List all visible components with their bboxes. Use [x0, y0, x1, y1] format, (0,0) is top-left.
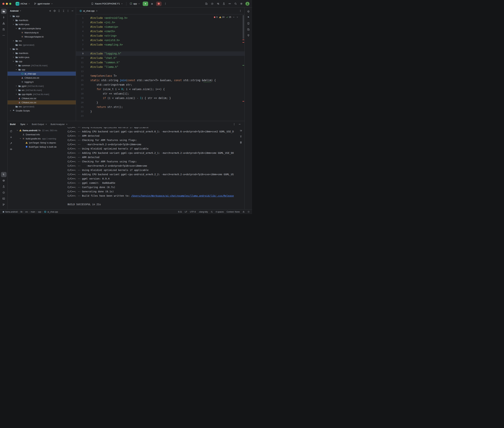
line-number[interactable]: 18: [76, 91, 87, 96]
line-number[interactable]: 6: [76, 38, 87, 42]
minimize-window-button[interactable]: [6, 3, 8, 5]
chevron-right-icon[interactable]: [12, 52, 15, 54]
indent-status[interactable]: 4 spaces: [215, 211, 224, 213]
context-status[interactable]: Context: None: [227, 211, 240, 213]
build-tab-build-analyzer[interactable]: Build Analyzer: [49, 121, 69, 127]
code-line[interactable]: 5#include <string>: [76, 33, 245, 38]
tree-item[interactable]: manifests: [8, 51, 76, 55]
structure-toolwindow-icon[interactable]: [1, 21, 7, 26]
assistant-toolwindow-icon[interactable]: [246, 33, 251, 38]
readonly-lock-icon[interactable]: [242, 211, 245, 213]
chevron-down-icon[interactable]: [16, 129, 19, 131]
code-line[interactable]: 23: [76, 114, 245, 118]
chevron-down-icon[interactable]: [15, 27, 18, 29]
tree-item[interactable]: cpp: [8, 59, 76, 63]
hide-build-panel-button[interactable]: [237, 122, 242, 127]
zoom-window-button[interactable]: [9, 3, 11, 5]
code-line[interactable]: 18 str << values[i];: [76, 91, 245, 96]
line-number[interactable]: 23: [76, 114, 87, 118]
code-line[interactable]: 7#include <sampling.h>: [76, 42, 245, 47]
clear-all-icon[interactable]: [239, 140, 243, 144]
gradle-toolwindow-icon[interactable]: [246, 15, 251, 20]
code-line[interactable]: 17 for (size_t i = 0; i < values.size();…: [76, 87, 245, 91]
close-tab-icon[interactable]: [96, 10, 98, 12]
chevron-right-icon[interactable]: [12, 40, 15, 42]
tree-item[interactable]: ggml[AiChat.lib.main]: [8, 84, 76, 88]
code-line[interactable]: 22}: [76, 109, 245, 114]
code-line[interactable]: 10#include "chat.h": [76, 56, 245, 60]
chevron-down-icon[interactable]: [9, 15, 12, 17]
line-number[interactable]: 22: [76, 109, 87, 114]
device-manager-toolwindow-icon[interactable]: [246, 21, 251, 26]
soft-wrap-icon[interactable]: [239, 129, 243, 133]
chevron-down-icon[interactable]: [15, 68, 18, 71]
project-view-selector[interactable]: Android: [9, 9, 22, 13]
code-line[interactable]: 13: [76, 69, 245, 74]
error-stripe-mark[interactable]: [242, 42, 244, 43]
project-selector[interactable]: AC AiChat: [14, 1, 31, 6]
line-number[interactable]: 19: [76, 96, 87, 100]
project-toolwindow-icon[interactable]: [1, 9, 7, 14]
sdk-manager-icon[interactable]: [227, 1, 232, 6]
branch-selector[interactable]: ggml-master: [33, 2, 54, 6]
tree-item[interactable]: lib: [8, 47, 76, 51]
line-number[interactable]: 2: [76, 20, 87, 25]
collapse-all-icon[interactable]: [61, 9, 66, 13]
tree-item[interactable]: Cai_chat.cpp: [8, 72, 76, 76]
chevron-down-icon[interactable]: [19, 138, 22, 140]
tree-item[interactable]: cpp: [8, 67, 76, 72]
tree-item[interactable]: app: [8, 14, 76, 18]
run-button[interactable]: [143, 1, 148, 6]
code-line[interactable]: 11#include "common.h": [76, 60, 245, 65]
close-tab-icon[interactable]: [66, 123, 68, 125]
code-line[interactable]: 3#include <iomanip>: [76, 25, 245, 29]
chevron-right-icon[interactable]: [12, 19, 15, 21]
code-line[interactable]: 9#include "logging.h": [76, 51, 245, 56]
tree-item[interactable]: res(generated): [8, 43, 76, 47]
line-number[interactable]: 21: [76, 105, 87, 109]
code-line[interactable]: 6#include <unistd.h>: [76, 38, 245, 42]
next-problem-icon[interactable]: [236, 16, 238, 18]
pin-tab-icon[interactable]: [9, 141, 13, 145]
tree-item[interactable]: common[AiChat.lib.main]: [8, 63, 76, 67]
prev-problem-icon[interactable]: [233, 16, 235, 18]
tree-item[interactable]: com.example.llama: [8, 26, 76, 31]
line-number[interactable]: 12: [76, 65, 87, 69]
errors-indicator[interactable]: 3: [214, 16, 218, 18]
warnings-indicator[interactable]: 24: [219, 16, 224, 18]
line-number[interactable]: 16: [76, 82, 87, 87]
breadcrumb-item[interactable]: Cai_chat.cpp: [44, 211, 58, 213]
build-tab-build-output[interactable]: Build Output: [30, 121, 49, 127]
tree-item[interactable]: CMakeLists.txt: [8, 100, 76, 105]
inspections-widget-icon[interactable]: [248, 211, 250, 213]
run-configuration-selector[interactable]: app: [128, 2, 141, 6]
tree-item[interactable]: 'jvmTarget: String' is deprec: [14, 141, 66, 145]
line-number[interactable]: 14: [76, 74, 87, 78]
code-line[interactable]: 12#include "llama.h": [76, 65, 245, 69]
tree-item[interactable]: BuildType 'debug' is both de: [14, 145, 66, 149]
device-mirroring-icon[interactable]: [204, 1, 209, 6]
hide-panel-icon[interactable]: [70, 9, 74, 13]
code-line[interactable]: 14template<class T>: [76, 74, 245, 78]
build-toolwindow-icon[interactable]: [1, 172, 7, 177]
line-number[interactable]: 15: [76, 78, 87, 82]
tree-item[interactable]: kotlin+java: [8, 22, 76, 26]
code-line[interactable]: 8: [76, 47, 245, 51]
tree-item[interactable]: manifests: [8, 18, 76, 22]
tree-item[interactable]: KMessageAdapter.kt: [8, 35, 76, 39]
run-options-menu[interactable]: [163, 1, 168, 6]
app-inspection-icon[interactable]: [221, 1, 226, 6]
error-stripe-mark[interactable]: [242, 101, 244, 102]
rerun-build-icon[interactable]: [9, 129, 13, 133]
line-number[interactable]: 9: [76, 51, 87, 56]
version-control-toolwindow-icon[interactable]: [1, 202, 7, 207]
editor-scrollbar[interactable]: [242, 14, 245, 121]
stop-build-icon[interactable]: [9, 135, 13, 140]
running-devices-toolwindow-icon[interactable]: [246, 27, 251, 32]
code-style-icon[interactable]: [211, 211, 213, 213]
code-line[interactable]: 19 if (i < values.size() - 1) { str << d…: [76, 96, 245, 100]
device-explorer-toolwindow-icon[interactable]: [1, 178, 7, 183]
tree-item[interactable]: kotlin+java: [8, 55, 76, 59]
panel-options-icon[interactable]: [66, 9, 70, 13]
code-line[interactable]: 21 return str.str();: [76, 105, 245, 109]
